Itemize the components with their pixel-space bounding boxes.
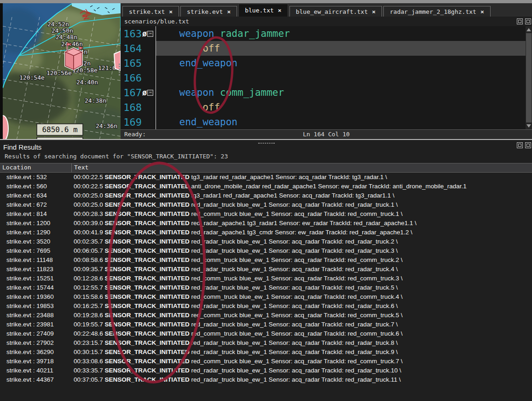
- result-text: 00:12:28.6 SENSOR_TRACK_INITIATED red_co…: [74, 274, 532, 283]
- map-scale-label: 6850.6 m: [42, 125, 77, 134]
- editor-vertical-scrollbar[interactable]: [526, 26, 532, 129]
- table-row[interactable]: strike.evt : 769500:06:05.7 SENSOR_TRACK…: [0, 246, 532, 256]
- table-row[interactable]: strike.evt : 67200:00:25.0 SENSOR_TRACK_…: [0, 200, 532, 209]
- table-row[interactable]: strike.evt : 81400:00:28.3 SENSOR_TRACK_…: [0, 209, 532, 219]
- close-icon[interactable]: ×: [372, 8, 376, 15]
- result-text: 00:00:39.0 SENSOR_TRACK_INITIATED red_ra…: [74, 219, 532, 228]
- table-row[interactable]: strike.evt : 129000:00:41.9 SENSOR_TRACK…: [0, 228, 532, 237]
- result-location: strike.evt : 672: [0, 200, 74, 209]
- table-row[interactable]: strike.evt : 120000:00:39.0 SENSOR_TRACK…: [0, 219, 532, 228]
- table-row[interactable]: strike.evt : 1985300:16:25.7 SENSOR_TRAC…: [0, 302, 532, 311]
- map-viewport[interactable]: 24:52n24:50n24:48n24:46n24:44n24:42n120:…: [0, 3, 121, 140]
- result-location: strike.evt : 7695: [0, 246, 74, 256]
- code-text[interactable]: weapon comm_jammer: [156, 85, 526, 100]
- result-location: strike.evt : 532: [0, 173, 74, 182]
- code-line-163[interactable]: 163ø−weapon radar_jammer: [121, 26, 532, 41]
- close-icon[interactable]: ×: [480, 8, 484, 15]
- table-row[interactable]: strike.evt : 2398100:19:55.7 SENSOR_TRAC…: [0, 320, 532, 329]
- gutter: 167ø−: [121, 85, 156, 100]
- table-row[interactable]: strike.evt : 2790200:23:15.7 SENSOR_TRAC…: [0, 338, 532, 348]
- table-row[interactable]: strike.evt : 1525100:12:28.6 SENSOR_TRAC…: [0, 274, 532, 283]
- code-text[interactable]: end_weapon: [156, 115, 526, 129]
- fold-collapse-icon[interactable]: −: [147, 90, 153, 96]
- float-window-icon[interactable]: [517, 142, 523, 148]
- code-line-165[interactable]: 165end_weapon: [121, 56, 532, 70]
- map-scale-box: 6850.6 m: [37, 124, 83, 140]
- scroll-up-icon[interactable]: [526, 28, 531, 31]
- result-location: strike.evt : 11148: [0, 256, 74, 265]
- result-text: 00:00:25.0 SENSOR_TRACK_INITIATED tg3_ra…: [74, 191, 532, 200]
- tab-bar: strike.txt×strike.evt×blue.txt×blue_ew_a…: [121, 3, 532, 17]
- close-icon[interactable]: ×: [278, 7, 282, 14]
- results-table-header: Location Text: [0, 163, 532, 173]
- table-row[interactable]: strike.evt : 1182300:09:35.7 SENSOR_TRAC…: [0, 265, 532, 274]
- code-line-168[interactable]: 168off: [121, 100, 532, 115]
- close-icon[interactable]: ×: [227, 8, 231, 15]
- table-row[interactable]: strike.evt : 63400:00:25.0 SENSOR_TRACK_…: [0, 191, 532, 200]
- panel-title: Find Results: [3, 143, 41, 151]
- code-text[interactable]: off: [156, 100, 526, 115]
- column-header-text[interactable]: Text: [74, 163, 88, 172]
- table-row[interactable]: strike.evt : 4436700:37:05.7 SENSOR_TRAC…: [0, 375, 532, 384]
- column-divider[interactable]: [71, 163, 72, 172]
- visibility-off-icon[interactable]: ø: [142, 30, 147, 38]
- window-top-strip: [0, 0, 532, 3]
- result-text: 00:33:08.6 SENSOR_TRACK_INITIATED red_co…: [74, 357, 532, 366]
- scrollbar-thumb[interactable]: [526, 33, 532, 122]
- result-event: SENSOR_TRACK_INITIATED: [105, 367, 190, 374]
- float-window-icon[interactable]: [517, 18, 523, 24]
- breadcrumb: scenarios/blue.txt: [121, 17, 532, 26]
- result-event: SENSOR_TRACK_INITIATED: [105, 220, 190, 227]
- result-event: SENSOR_TRACK_INITIATED: [105, 275, 190, 282]
- code-line-169[interactable]: 169end_weapon: [121, 115, 532, 129]
- tab-strike-evt[interactable]: strike.evt×: [180, 6, 237, 17]
- result-location: strike.evt : 23981: [0, 320, 74, 329]
- result-event: SENSOR_TRACK_INITIATED: [105, 302, 190, 309]
- table-row[interactable]: strike.evt : 3971800:33:08.6 SENSOR_TRAC…: [0, 357, 532, 366]
- table-row[interactable]: strike.evt : 2740900:22:48.6 SENSOR_TRAC…: [0, 329, 532, 338]
- table-row[interactable]: strike.evt : 1114800:08:58.6 SENSOR_TRAC…: [0, 256, 532, 265]
- code-line-166[interactable]: 166: [121, 70, 532, 85]
- table-row[interactable]: strike.evt : 352000:02:35.7 SENSOR_TRACK…: [0, 237, 532, 246]
- dock-window-icon[interactable]: [525, 142, 531, 148]
- table-row[interactable]: strike.evt : 56000:00:22.5 SENSOR_TRACK_…: [0, 182, 532, 191]
- find-results-pane-icons: [517, 142, 531, 148]
- fold-collapse-icon[interactable]: −: [147, 31, 153, 37]
- line-number: 164: [121, 43, 142, 54]
- result-event: SENSOR_TRACK_INITIATED: [105, 266, 190, 273]
- scroll-down-icon[interactable]: [526, 124, 531, 128]
- result-location: strike.evt : 814: [0, 209, 74, 219]
- tab-blue-txt[interactable]: blue.txt×: [238, 4, 288, 17]
- result-event: SENSOR_TRACK_INITIATED: [105, 192, 190, 199]
- tab-radar-jammer-2-18ghz-txt[interactable]: radar_jammer_2_18ghz.txt×: [383, 6, 491, 17]
- code-text[interactable]: weapon radar_jammer: [156, 26, 526, 41]
- code-line-164[interactable]: 164off: [121, 41, 532, 56]
- result-event: SENSOR_TRACK_INITIATED: [105, 376, 190, 383]
- close-icon[interactable]: ×: [169, 8, 173, 15]
- table-row[interactable]: strike.evt : 4021100:33:35.7 SENSOR_TRAC…: [0, 366, 532, 375]
- tab-strike-txt[interactable]: strike.txt×: [122, 6, 179, 17]
- code-line-167[interactable]: 167ø−weapon comm_jammer: [121, 85, 532, 100]
- table-row[interactable]: strike.evt : 1574400:12:55.7 SENSOR_TRAC…: [0, 283, 532, 292]
- table-row[interactable]: strike.evt : 2348800:19:28.6 SENSOR_TRAC…: [0, 311, 532, 320]
- result-event: SENSOR_TRACK_INITIATED: [105, 183, 190, 190]
- token: weapon: [179, 28, 214, 39]
- dock-window-icon[interactable]: [525, 18, 531, 24]
- result-event: SENSOR_TRACK_INITIATED: [105, 238, 190, 245]
- gutter: 166: [121, 70, 156, 85]
- result-text: 00:00:22.5 SENSOR_TRACK_INITIATED anti_d…: [74, 182, 532, 191]
- tab-blue-ew-aircraft-txt[interactable]: blue_ew_aircraft.txt×: [289, 6, 382, 17]
- result-text: 00:02:35.7 SENSOR_TRACK_INITIATED red_ra…: [74, 237, 532, 246]
- splitter-grip-icon[interactable]: [258, 143, 275, 144]
- table-row[interactable]: strike.evt : 53200:00:22.5 SENSOR_TRACK_…: [0, 173, 532, 182]
- code-text[interactable]: [156, 70, 526, 85]
- map-coordinate-label: 24:52n: [47, 21, 69, 28]
- code-text[interactable]: end_weapon: [156, 56, 526, 70]
- table-row[interactable]: strike.evt : 1936000:15:58.6 SENSOR_TRAC…: [0, 292, 532, 302]
- column-header-location[interactable]: Location: [2, 163, 31, 172]
- code-text[interactable]: off: [156, 41, 526, 56]
- code-editor[interactable]: 163ø−weapon radar_jammer164off165end_wea…: [121, 26, 532, 129]
- gutter: 168: [121, 100, 156, 115]
- visibility-off-icon[interactable]: ø: [142, 89, 147, 97]
- table-row[interactable]: strike.evt : 3629000:30:15.7 SENSOR_TRAC…: [0, 348, 532, 357]
